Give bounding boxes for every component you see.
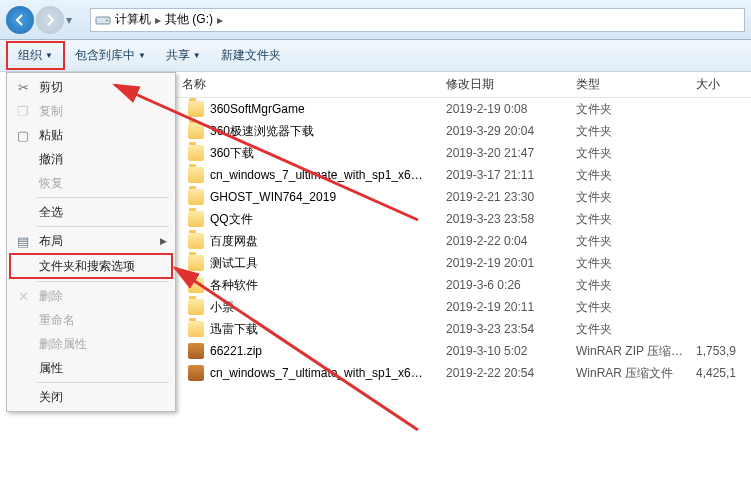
file-name: 迅雷下载 [210, 321, 258, 338]
menu-label: 恢复 [39, 175, 63, 192]
organize-button[interactable]: 组织▼ [6, 41, 65, 70]
new-folder-button[interactable]: 新建文件夹 [211, 43, 291, 68]
history-dropdown[interactable]: ▾ [66, 13, 82, 27]
folder-icon [188, 123, 204, 139]
file-list: 名称 修改日期 类型 大小 360SoftMgrGame2019-2-19 0:… [176, 72, 751, 384]
table-row[interactable]: 66221.zip2019-3-10 5:02WinRAR ZIP 压缩…1,7… [176, 340, 751, 362]
file-date: 2019-3-17 21:11 [446, 168, 576, 182]
file-date: 2019-3-23 23:54 [446, 322, 576, 336]
file-name: 小票 [210, 299, 234, 316]
share-button[interactable]: 共享▼ [156, 43, 211, 68]
table-row[interactable]: 迅雷下载2019-3-23 23:54文件夹 [176, 318, 751, 340]
menu-undo[interactable]: 撤消 [9, 147, 173, 171]
file-name: 各种软件 [210, 277, 258, 294]
file-type: 文件夹 [576, 145, 696, 162]
col-name[interactable]: 名称 [176, 76, 446, 93]
file-date: 2019-2-21 23:30 [446, 190, 576, 204]
file-name: 360极速浏览器下载 [210, 123, 314, 140]
file-name: cn_windows_7_ultimate_with_sp1_x6… [210, 366, 423, 380]
file-date: 2019-3-23 23:58 [446, 212, 576, 226]
file-type: WinRAR ZIP 压缩… [576, 343, 696, 360]
menu-properties[interactable]: 属性 [9, 356, 173, 380]
zip-icon [188, 365, 204, 381]
table-row[interactable]: GHOST_WIN764_20192019-2-21 23:30文件夹 [176, 186, 751, 208]
table-row[interactable]: 360SoftMgrGame2019-2-19 0:08文件夹 [176, 98, 751, 120]
file-date: 2019-2-19 0:08 [446, 102, 576, 116]
table-row[interactable]: 小票2019-2-19 20:11文件夹 [176, 296, 751, 318]
file-date: 2019-3-10 5:02 [446, 344, 576, 358]
file-name: 测试工具 [210, 255, 258, 272]
file-type: WinRAR 压缩文件 [576, 365, 696, 382]
table-row[interactable]: 百度网盘2019-2-22 0:04文件夹 [176, 230, 751, 252]
newfolder-label: 新建文件夹 [221, 47, 281, 64]
file-name: GHOST_WIN764_2019 [210, 190, 336, 204]
organize-label: 组织 [18, 47, 42, 64]
zip-icon [188, 343, 204, 359]
chevron-down-icon: ▼ [45, 51, 53, 60]
table-row[interactable]: cn_windows_7_ultimate_with_sp1_x6…2019-3… [176, 164, 751, 186]
file-date: 2019-3-6 0:26 [446, 278, 576, 292]
col-type[interactable]: 类型 [576, 76, 696, 93]
back-button[interactable] [6, 6, 34, 34]
file-type: 文件夹 [576, 255, 696, 272]
drive-icon [95, 12, 111, 28]
delete-icon: ✕ [13, 286, 33, 306]
col-date[interactable]: 修改日期 [446, 76, 576, 93]
bc-seg[interactable]: 计算机 [115, 11, 151, 28]
layout-icon: ▤ [13, 231, 33, 251]
file-type: 文件夹 [576, 277, 696, 294]
file-size: 1,753,9 [696, 344, 751, 358]
svg-point-1 [106, 19, 108, 21]
menu-folder-options[interactable]: 文件夹和搜索选项 [9, 253, 173, 279]
menu-separator [37, 382, 169, 383]
chevron-down-icon: ▼ [138, 51, 146, 60]
menu-label: 粘贴 [39, 127, 63, 144]
menu-separator [37, 197, 169, 198]
menu-close[interactable]: 关闭 [9, 385, 173, 409]
menu-copy: ❐复制 [9, 99, 173, 123]
folder-icon [188, 189, 204, 205]
menu-cut[interactable]: ✂剪切 [9, 75, 173, 99]
organize-menu: ✂剪切 ❐复制 ▢粘贴 撤消 恢复 全选 ▤布局▶ 文件夹和搜索选项 ✕删除 重… [6, 72, 176, 412]
file-date: 2019-2-22 20:54 [446, 366, 576, 380]
file-type: 文件夹 [576, 189, 696, 206]
close-icon [13, 387, 33, 407]
table-row[interactable]: 各种软件2019-3-6 0:26文件夹 [176, 274, 751, 296]
file-size: 4,425,1 [696, 366, 751, 380]
menu-delete: ✕删除 [9, 284, 173, 308]
breadcrumb[interactable]: 计算机 ▸ 其他 (G:) ▸ [90, 8, 745, 32]
col-size[interactable]: 大小 [696, 76, 751, 93]
chevron-right-icon[interactable]: ▸ [217, 13, 223, 27]
share-label: 共享 [166, 47, 190, 64]
file-date: 2019-3-20 21:47 [446, 146, 576, 160]
folder-icon [188, 167, 204, 183]
menu-label: 重命名 [39, 312, 75, 329]
table-row[interactable]: QQ文件2019-3-23 23:58文件夹 [176, 208, 751, 230]
table-row[interactable]: cn_windows_7_ultimate_with_sp1_x6…2019-2… [176, 362, 751, 384]
folder-icon [188, 233, 204, 249]
paste-icon: ▢ [13, 125, 33, 145]
folder-icon [188, 255, 204, 271]
table-row[interactable]: 测试工具2019-2-19 20:01文件夹 [176, 252, 751, 274]
bc-seg[interactable]: 其他 (G:) [165, 11, 213, 28]
file-name: cn_windows_7_ultimate_with_sp1_x6… [210, 168, 423, 182]
table-row[interactable]: 360下载2019-3-20 21:47文件夹 [176, 142, 751, 164]
menu-redo: 恢复 [9, 171, 173, 195]
menu-layout[interactable]: ▤布局▶ [9, 229, 173, 253]
chevron-right-icon[interactable]: ▸ [155, 13, 161, 27]
column-headers: 名称 修改日期 类型 大小 [176, 72, 751, 98]
redo-icon [13, 173, 33, 193]
menu-select-all[interactable]: 全选 [9, 200, 173, 224]
include-in-library-button[interactable]: 包含到库中▼ [65, 43, 156, 68]
menu-label: 布局 [39, 233, 63, 250]
file-type: 文件夹 [576, 233, 696, 250]
chevron-right-icon: ▶ [160, 236, 167, 246]
menu-label: 复制 [39, 103, 63, 120]
file-type: 文件夹 [576, 211, 696, 228]
menu-label: 属性 [39, 360, 63, 377]
menu-label: 撤消 [39, 151, 63, 168]
table-row[interactable]: 360极速浏览器下载2019-3-29 20:04文件夹 [176, 120, 751, 142]
menu-paste[interactable]: ▢粘贴 [9, 123, 173, 147]
menu-separator [37, 281, 169, 282]
file-date: 2019-2-22 0:04 [446, 234, 576, 248]
